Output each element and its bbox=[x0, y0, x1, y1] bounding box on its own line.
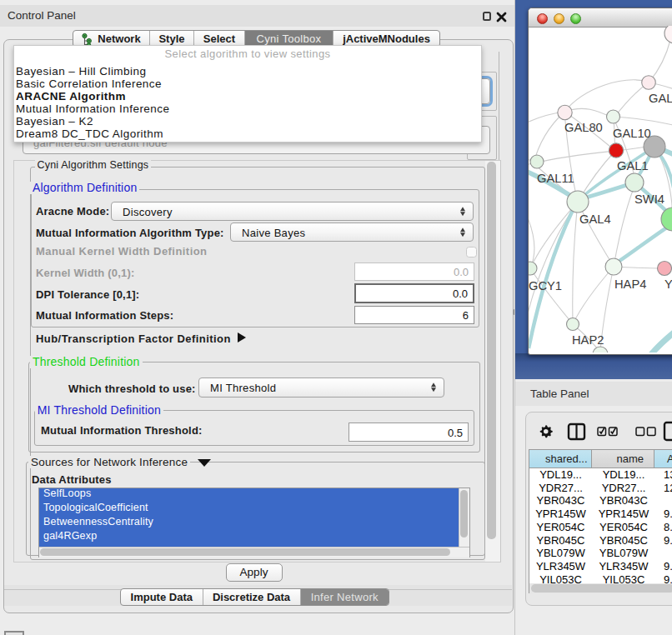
svg-text:GAL7: GAL7 bbox=[649, 92, 672, 105]
svg-text:HAP2: HAP2 bbox=[572, 333, 604, 347]
svg-text:SWI4: SWI4 bbox=[634, 192, 664, 206]
svg-text:GAL4: GAL4 bbox=[579, 212, 611, 226]
svg-text:HAP4: HAP4 bbox=[614, 278, 646, 291]
svg-text:YJL: YJL bbox=[664, 278, 672, 291]
svg-text:GCY1: GCY1 bbox=[529, 279, 562, 292]
svg-text:GAL10: GAL10 bbox=[613, 127, 651, 140]
svg-text:GAL1: GAL1 bbox=[617, 159, 649, 172]
svg-text:GAL80: GAL80 bbox=[564, 121, 603, 134]
svg-text:GAL11: GAL11 bbox=[537, 172, 574, 185]
